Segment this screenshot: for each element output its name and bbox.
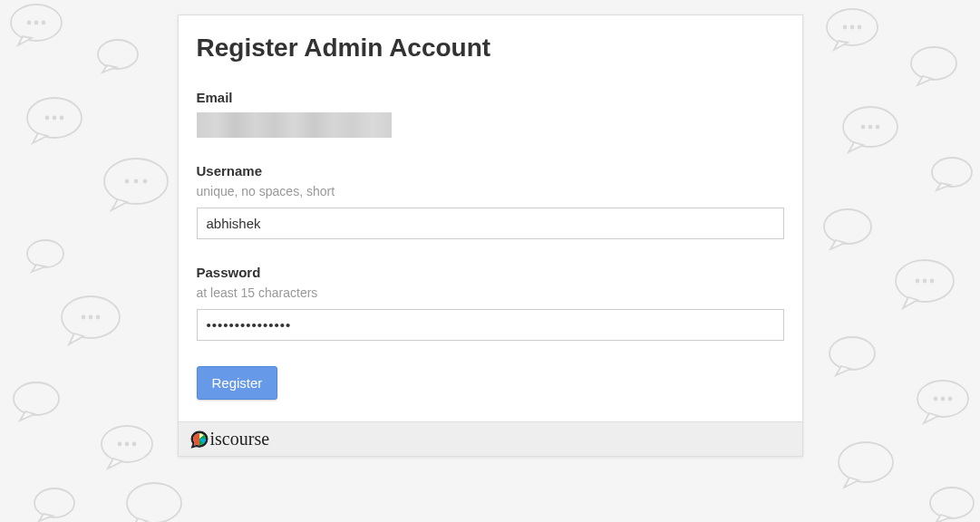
username-input[interactable] bbox=[197, 208, 784, 239]
svg-point-44 bbox=[949, 398, 952, 401]
svg-point-3 bbox=[43, 22, 45, 24]
svg-point-7 bbox=[53, 117, 56, 120]
svg-point-1 bbox=[28, 22, 31, 24]
svg-point-17 bbox=[97, 316, 100, 319]
password-hint: at least 15 characters bbox=[197, 285, 784, 300]
svg-point-10 bbox=[126, 180, 129, 183]
svg-point-34 bbox=[932, 158, 972, 187]
svg-point-6 bbox=[46, 117, 49, 120]
username-label: Username bbox=[197, 163, 784, 179]
svg-point-24 bbox=[127, 483, 181, 522]
svg-point-11 bbox=[135, 180, 138, 183]
svg-point-21 bbox=[126, 443, 129, 446]
register-form-container: Register Admin Account Email Username un… bbox=[178, 14, 803, 457]
password-label: Password bbox=[197, 265, 784, 280]
svg-point-37 bbox=[917, 280, 919, 283]
email-group: Email bbox=[197, 90, 784, 138]
svg-point-15 bbox=[82, 316, 85, 319]
svg-point-28 bbox=[859, 26, 861, 29]
svg-point-40 bbox=[830, 337, 875, 370]
svg-point-18 bbox=[14, 382, 59, 415]
register-button[interactable]: Register bbox=[197, 366, 278, 400]
page-title: Register Admin Account bbox=[197, 34, 784, 63]
svg-point-38 bbox=[924, 280, 927, 283]
footer: iscourse bbox=[179, 421, 802, 456]
email-value-redacted bbox=[197, 112, 392, 138]
password-group: Password at least 15 characters bbox=[197, 265, 784, 341]
svg-point-13 bbox=[27, 240, 63, 267]
svg-point-22 bbox=[133, 443, 136, 446]
svg-point-27 bbox=[851, 26, 854, 29]
discourse-icon bbox=[189, 430, 209, 450]
svg-point-39 bbox=[931, 280, 934, 283]
svg-point-4 bbox=[98, 40, 138, 69]
svg-point-32 bbox=[869, 126, 872, 129]
svg-point-31 bbox=[862, 126, 865, 129]
svg-point-42 bbox=[935, 398, 937, 401]
svg-point-20 bbox=[119, 443, 121, 446]
svg-point-46 bbox=[930, 488, 974, 518]
email-label: Email bbox=[197, 90, 784, 105]
svg-point-26 bbox=[844, 26, 847, 29]
svg-point-33 bbox=[877, 126, 879, 129]
svg-point-2 bbox=[35, 22, 38, 24]
svg-point-23 bbox=[34, 488, 74, 517]
svg-point-29 bbox=[911, 47, 956, 80]
username-group: Username unique, no spaces, short bbox=[197, 163, 784, 239]
svg-point-35 bbox=[824, 209, 871, 244]
svg-point-12 bbox=[144, 180, 147, 183]
svg-point-8 bbox=[61, 117, 63, 120]
svg-point-45 bbox=[839, 442, 893, 482]
username-hint: unique, no spaces, short bbox=[197, 184, 784, 198]
discourse-logo: iscourse bbox=[189, 429, 270, 450]
discourse-brand-text: iscourse bbox=[210, 429, 270, 450]
svg-point-43 bbox=[942, 398, 945, 401]
svg-point-16 bbox=[90, 316, 92, 319]
password-input[interactable] bbox=[197, 309, 784, 341]
